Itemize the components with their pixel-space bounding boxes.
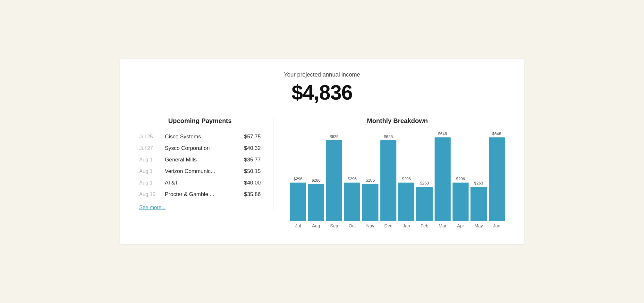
payments-panel: Upcoming Payments Jul 25 Cisco Systems $… bbox=[139, 117, 274, 210]
bar-value-label: $263 bbox=[474, 181, 483, 185]
chart-title: Monthly Breakdown bbox=[290, 117, 505, 125]
payment-amount: $40.32 bbox=[235, 145, 261, 152]
bar-group: $625 bbox=[326, 131, 342, 221]
payment-name: Cisco Systems bbox=[165, 134, 235, 140]
chart-bars: $296$286$625$296$286$625$296$263$648$296… bbox=[290, 131, 505, 221]
x-axis-label: Aug bbox=[308, 223, 324, 228]
payment-row: Aug 1 AT&T $40.00 bbox=[139, 177, 261, 189]
payment-row: Jul 25 Cisco Systems $57.75 bbox=[139, 131, 261, 143]
payment-amount: $35.86 bbox=[235, 191, 261, 198]
payment-amount: $50.15 bbox=[235, 168, 261, 175]
bar-group: $263 bbox=[416, 131, 432, 221]
x-axis-label: Oct bbox=[344, 223, 360, 228]
bar bbox=[489, 137, 505, 221]
bar-value-label: $263 bbox=[420, 181, 429, 185]
payment-name: General Mills bbox=[165, 157, 235, 163]
bar-value-label: $296 bbox=[402, 177, 411, 181]
payment-date: Aug 1 bbox=[139, 168, 165, 174]
projected-income-amount: $4,836 bbox=[139, 81, 505, 104]
payment-date: Jul 25 bbox=[139, 134, 165, 140]
bar-value-label: $625 bbox=[384, 135, 393, 139]
bar bbox=[416, 187, 432, 221]
payment-name: Procter & Gamble ... bbox=[165, 191, 235, 198]
x-axis-label: Feb bbox=[416, 223, 432, 228]
bar-group: $263 bbox=[470, 131, 487, 221]
payment-date: Jul 27 bbox=[139, 145, 165, 151]
payment-amount: $35.77 bbox=[235, 157, 261, 163]
bar bbox=[290, 183, 306, 221]
payment-date: Aug 15 bbox=[139, 192, 165, 197]
x-axis-label: Jun bbox=[489, 223, 505, 228]
x-axis-label: Dec bbox=[380, 223, 396, 228]
payment-row: Aug 1 Verizon Communic... $50.15 bbox=[139, 166, 261, 177]
bar-value-label: $296 bbox=[293, 177, 302, 181]
bar bbox=[308, 184, 324, 221]
payment-name: Sysco Corporation bbox=[165, 145, 235, 152]
payment-row: Aug 1 General Mills $35.77 bbox=[139, 154, 261, 166]
bar-group: $648 bbox=[489, 131, 505, 221]
payment-date: Aug 1 bbox=[139, 157, 165, 163]
x-axis-label: Jan bbox=[398, 223, 414, 228]
bar-group: $286 bbox=[308, 131, 324, 221]
payment-name: AT&T bbox=[165, 180, 235, 186]
projected-income-label: Your projected annual income bbox=[139, 71, 505, 78]
payments-title: Upcoming Payments bbox=[139, 117, 261, 125]
bar bbox=[344, 183, 360, 221]
x-axis-label: Apr bbox=[453, 223, 469, 228]
bar-group: $296 bbox=[453, 131, 469, 221]
chart-panel: Monthly Breakdown $296$286$625$296$286$6… bbox=[274, 117, 505, 228]
see-more-link[interactable]: See more... bbox=[139, 205, 166, 210]
bar bbox=[470, 187, 487, 221]
bar bbox=[362, 184, 378, 221]
bar-group: $648 bbox=[435, 131, 451, 221]
x-axis-label: Nov bbox=[362, 223, 378, 228]
payment-amount: $40.00 bbox=[235, 180, 261, 186]
payment-row: Aug 15 Procter & Gamble ... $35.86 bbox=[139, 189, 261, 200]
bar-group: $296 bbox=[398, 131, 414, 221]
header-section: Your projected annual income $4,836 bbox=[139, 71, 505, 104]
x-axis-label: Jul bbox=[290, 223, 306, 228]
bar bbox=[435, 137, 451, 221]
content-row: Upcoming Payments Jul 25 Cisco Systems $… bbox=[139, 117, 505, 228]
x-axis-label: Mar bbox=[435, 223, 451, 228]
bar-value-label: $286 bbox=[366, 178, 375, 183]
bar-group: $296 bbox=[290, 131, 306, 221]
bar bbox=[380, 140, 396, 221]
chart-container: $296$286$625$296$286$625$296$263$648$296… bbox=[290, 131, 505, 228]
chart-x-labels: JulAugSepOctNovDecJanFebMarAprMayJun bbox=[290, 223, 505, 228]
bar bbox=[326, 140, 342, 221]
bar-group: $286 bbox=[362, 131, 378, 221]
payment-name: Verizon Communic... bbox=[165, 168, 235, 175]
bar bbox=[398, 183, 414, 221]
main-card: Your projected annual income $4,836 Upco… bbox=[120, 59, 524, 244]
x-axis-label: May bbox=[470, 223, 487, 228]
bar bbox=[453, 183, 469, 221]
bar-value-label: $286 bbox=[312, 178, 321, 183]
payment-date: Aug 1 bbox=[139, 180, 165, 186]
payments-list: Jul 25 Cisco Systems $57.75 Jul 27 Sysco… bbox=[139, 131, 261, 200]
payment-amount: $57.75 bbox=[235, 134, 261, 140]
x-axis-label: Sep bbox=[326, 223, 342, 228]
bar-value-label: $648 bbox=[492, 132, 501, 136]
bar-value-label: $648 bbox=[438, 132, 447, 136]
bar-value-label: $296 bbox=[348, 177, 357, 181]
bar-group: $625 bbox=[380, 131, 396, 221]
payment-row: Jul 27 Sysco Corporation $40.32 bbox=[139, 143, 261, 154]
bar-group: $296 bbox=[344, 131, 360, 221]
bar-value-label: $625 bbox=[330, 135, 339, 139]
bar-value-label: $296 bbox=[456, 177, 465, 181]
